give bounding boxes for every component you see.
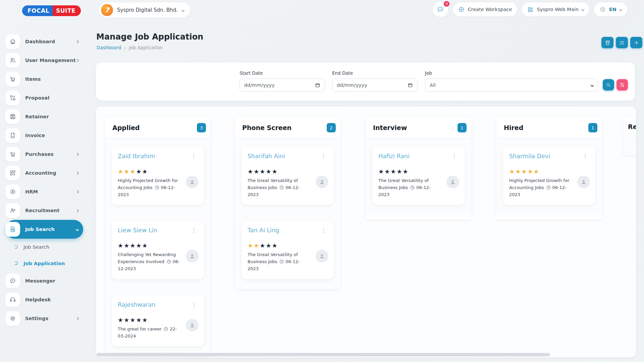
sidebar-item-accounting[interactable]: Accounting	[5, 164, 83, 182]
sidebar-item-dashboard[interactable]: Dashboard	[5, 32, 83, 51]
sidebar: Dashboard User Management Items Proposal	[0, 0, 88, 362]
clock-icon	[166, 259, 171, 264]
applicant-name-link[interactable]: Rajeshwaran	[118, 301, 155, 308]
swap-boxes-icon	[5, 90, 20, 105]
end-date-input[interactable]: dd/mm/yyyy	[332, 78, 418, 92]
app-switcher[interactable]: Syspro Web Main	[522, 2, 589, 16]
star-rating: ★★★★★	[378, 169, 459, 175]
sidebar-item-helpdesk[interactable]: Helpdesk	[5, 290, 83, 309]
applicant-card[interactable]: Sharmila Devi ⋮ ★★★★★ Highly Projected G…	[503, 147, 595, 205]
sidebar-item-purchases[interactable]: Purchases	[5, 145, 83, 164]
kebab-menu-icon[interactable]: ⋮	[190, 153, 198, 160]
chevron-down-icon	[619, 8, 623, 11]
applicant-name-link[interactable]: Zaid Ibrahim	[118, 153, 155, 160]
sidebar-item-items[interactable]: Items	[5, 70, 83, 88]
star-rating: ★★★★★	[118, 243, 198, 249]
column-count-badge: 2	[327, 123, 336, 132]
applicant-name-link[interactable]: Sharifah Aini	[248, 153, 285, 160]
language-selector[interactable]: EN	[594, 2, 627, 16]
sidebar-item-proposal[interactable]: Proposal	[5, 88, 83, 107]
users-icon	[5, 53, 20, 68]
calendar-icon[interactable]	[315, 82, 320, 88]
list-view-button[interactable]	[616, 37, 628, 48]
column-count-badge: 1	[458, 123, 467, 132]
sidebar-subitem-job-search[interactable]: Job Search	[0, 239, 88, 255]
breadcrumb: Dashboard › Job Application	[97, 45, 163, 50]
applicant-name-link[interactable]: Liew Siew Lin	[118, 227, 157, 234]
sidebar-item-retainer[interactable]: Retainer	[5, 107, 83, 126]
person-circle-icon	[5, 184, 20, 199]
star-rating: ★★★★★	[248, 243, 328, 249]
floppy-icon	[5, 109, 20, 124]
kebab-menu-icon[interactable]: ⋮	[190, 227, 198, 234]
sidebar-item-job-search[interactable]: Job Search	[5, 220, 83, 239]
review-text: The great for career22-03-2024	[118, 326, 198, 340]
page-title: Manage Job Application	[96, 32, 203, 42]
plus-icon	[634, 40, 639, 46]
grid-plus-icon	[527, 6, 534, 13]
sidebar-item-user-management[interactable]: User Management	[5, 51, 83, 70]
applicant-card[interactable]: Rajeshwaran ⋮ ★★★★★ The great for career…	[112, 295, 204, 347]
clock-icon	[279, 185, 284, 190]
job-label: Job	[425, 70, 432, 76]
sidebar-item-invoice[interactable]: Invoice	[5, 126, 83, 145]
column-title: Applied	[112, 124, 140, 131]
applicant-name-link[interactable]: Tan Ai Ling	[248, 227, 279, 234]
chat-icon	[5, 274, 20, 288]
applicant-card[interactable]: Sharifah Aini ⋮ ★★★★★ The Great Versatil…	[241, 147, 334, 205]
archive-button[interactable]	[601, 37, 613, 48]
clear-filters-button[interactable]	[616, 79, 628, 90]
add-button[interactable]	[630, 37, 642, 48]
applicant-name-link[interactable]: Sharmila Devi	[509, 153, 550, 160]
kebab-menu-icon[interactable]: ⋮	[319, 153, 328, 160]
messages-button[interactable]: 0	[433, 2, 448, 17]
list-icon	[619, 40, 625, 46]
clock-icon	[163, 326, 168, 331]
horizontal-scrollbar[interactable]	[97, 353, 550, 356]
sidebar-subitem-job-application[interactable]: Job Application	[0, 255, 88, 272]
cart-icon	[5, 72, 20, 86]
applicant-name-link[interactable]: Hafizi Rani	[378, 153, 410, 160]
circle-icon	[14, 261, 18, 265]
kanban-column-rejected: Rejected	[623, 117, 636, 155]
plus-circle-icon	[458, 6, 465, 13]
sidebar-item-messenger[interactable]: Messenger	[5, 272, 83, 290]
sidebar-item-recruitment[interactable]: Recruitment	[5, 201, 83, 220]
kebab-menu-icon[interactable]: ⋮	[450, 153, 459, 160]
kebab-menu-icon[interactable]: ⋮	[190, 301, 198, 308]
clock-icon	[279, 259, 284, 264]
sidebar-item-hrm[interactable]: HRM	[5, 182, 83, 201]
kebab-menu-icon[interactable]: ⋮	[581, 153, 589, 160]
file-slash-icon	[620, 82, 625, 87]
start-date-input[interactable]: dd/mm/yyyy	[239, 78, 325, 92]
breadcrumb-dashboard-link[interactable]: Dashboard	[97, 45, 121, 50]
grid-plus-icon	[5, 166, 20, 180]
chevron-down-icon	[181, 8, 185, 12]
job-select[interactable]: All	[425, 78, 598, 92]
avatar	[446, 176, 459, 188]
clock-icon	[546, 185, 551, 190]
chevron-down-icon	[581, 8, 585, 11]
workspace-name: Syspro Digital Sdn. Bhd.	[117, 7, 178, 13]
applicant-card[interactable]: Tan Ai Ling ⋮ ★★★★★ The Great Versatilit…	[241, 221, 334, 279]
column-count-badge: 3	[197, 123, 206, 132]
breadcrumb-separator: ›	[124, 45, 126, 50]
person-plus-icon	[5, 203, 20, 218]
workspace-selector[interactable]: 7 Syspro Digital Sdn. Bhd.	[99, 2, 190, 18]
applicant-card[interactable]: Zaid Ibrahim ⋮ ★★★★★ Highly Projected Gr…	[112, 147, 204, 205]
create-workspace-button[interactable]: Create Workspace	[453, 2, 517, 16]
column-title: Interview	[373, 124, 407, 131]
clock-icon	[410, 185, 415, 190]
create-workspace-label: Create Workspace	[468, 7, 512, 12]
start-date-label: Start Date	[239, 70, 263, 76]
calendar-icon[interactable]	[408, 82, 413, 88]
avatar	[186, 176, 199, 188]
search-button[interactable]	[603, 79, 614, 90]
applicant-card[interactable]: Liew Siew Lin ⋮ ★★★★★ Challenging Yet Re…	[112, 221, 204, 279]
kebab-menu-icon[interactable]: ⋮	[319, 227, 328, 234]
language-code: EN	[609, 7, 616, 12]
sidebar-item-settings[interactable]: Settings	[5, 309, 83, 328]
applicant-card[interactable]: Hafizi Rani ⋮ ★★★★★ The Great Versatilit…	[372, 147, 465, 205]
chevron-right-icon	[76, 190, 79, 193]
kanban-column-hired: Hired 1 Sharmila Devi ⋮ ★★★★★ Highly Pro…	[496, 117, 602, 220]
